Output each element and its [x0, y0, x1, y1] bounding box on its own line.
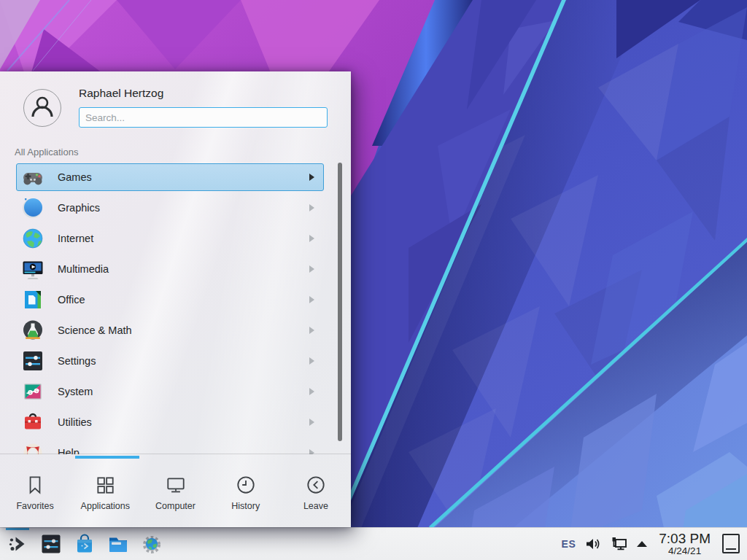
volume-icon[interactable]	[584, 535, 602, 553]
expand-tray-icon[interactable]	[637, 541, 647, 547]
submenu-arrow-icon	[309, 388, 314, 395]
globe-gear-icon	[141, 533, 163, 555]
list-scrollbar[interactable]	[338, 163, 342, 441]
tab-applications[interactable]: Applications	[70, 458, 140, 527]
monitor-icon	[165, 474, 187, 496]
category-system[interactable]: System	[0, 376, 351, 407]
tab-leave[interactable]: Leave	[281, 458, 351, 527]
category-label: Office	[58, 294, 309, 306]
grid-icon	[94, 474, 116, 496]
tabbar-divider	[0, 454, 351, 454]
taskbar-launchers	[0, 533, 163, 555]
category-label: Settings	[58, 355, 309, 367]
submenu-arrow-icon	[309, 174, 314, 181]
kde-launcher-icon	[7, 533, 28, 555]
discover-store-button[interactable]	[74, 533, 96, 555]
category-label: Internet	[58, 233, 309, 244]
network-icon[interactable]	[611, 535, 628, 553]
submenu-arrow-icon	[309, 204, 314, 211]
clock-date: 4/24/21	[659, 546, 711, 556]
user-name: Raphael Hertzog	[79, 87, 163, 100]
submenu-arrow-icon	[309, 296, 314, 303]
clock-time: 7:03 PM	[659, 532, 711, 546]
category-label: Games	[58, 171, 309, 183]
web-browser-button[interactable]	[141, 533, 163, 555]
sliders-icon	[21, 349, 44, 373]
file-manager-button[interactable]	[107, 533, 129, 555]
launcher-active-indicator	[6, 528, 29, 530]
category-office[interactable]: Office	[0, 284, 351, 315]
category-games[interactable]: Games	[0, 162, 351, 192]
tab-favorites[interactable]: Favorites	[0, 458, 70, 527]
system-tray: ES 7:03 PM 4/24/21	[562, 532, 747, 556]
toolbox-icon	[21, 411, 44, 434]
system-settings-button[interactable]	[40, 533, 62, 555]
media-player-icon	[21, 257, 44, 281]
application-launcher-menu: Raphael Hertzog All Applications Games	[0, 71, 351, 527]
user-avatar[interactable]	[23, 89, 61, 127]
section-label: All Applications	[15, 147, 78, 158]
tab-computer[interactable]: Computer	[140, 458, 210, 527]
tab-label: Favorites	[16, 501, 53, 511]
leave-icon	[305, 474, 327, 496]
application-launcher-button[interactable]	[7, 533, 28, 555]
search-input[interactable]	[79, 107, 328, 128]
category-label: Utilities	[58, 416, 309, 428]
office-document-icon	[21, 288, 44, 311]
category-label: Multimedia	[58, 263, 309, 275]
discover-bag-icon	[74, 533, 96, 555]
submenu-arrow-icon	[309, 357, 314, 365]
category-label: System	[58, 386, 309, 397]
globe-icon	[21, 227, 44, 250]
tab-label: Leave	[303, 501, 328, 511]
category-internet[interactable]: Internet	[0, 223, 351, 254]
kickoff-tab-bar: Favorites Applications Computer	[0, 458, 351, 527]
submenu-arrow-icon	[309, 265, 314, 273]
flask-icon	[21, 319, 44, 342]
submenu-arrow-icon	[309, 419, 314, 426]
menu-header: Raphael Hertzog	[0, 71, 351, 136]
category-graphics[interactable]: Graphics	[0, 192, 351, 223]
category-help[interactable]: Help	[0, 438, 351, 454]
gamepad-icon	[21, 166, 44, 189]
category-science-math[interactable]: Science & Math	[0, 315, 351, 346]
tab-label: History	[231, 501, 260, 511]
keyboard-layout-indicator[interactable]: ES	[562, 538, 576, 550]
taskbar-panel: ES 7:03 PM 4/24/21	[0, 527, 747, 560]
show-desktop-button[interactable]	[722, 534, 740, 553]
user-icon	[27, 93, 58, 123]
system-settings-icon	[40, 533, 62, 555]
category-settings[interactable]: Settings	[0, 346, 351, 376]
submenu-arrow-icon	[309, 327, 314, 334]
system-sliders-icon	[21, 380, 44, 403]
tab-label: Applications	[81, 501, 130, 511]
clock-icon	[235, 474, 257, 496]
tab-history[interactable]: History	[211, 458, 281, 527]
digital-clock[interactable]: 7:03 PM 4/24/21	[659, 532, 711, 556]
category-list: Games Graphics	[0, 162, 351, 454]
category-utilities[interactable]: Utilities	[0, 407, 351, 438]
category-label: Graphics	[58, 202, 309, 214]
folder-icon	[107, 533, 129, 555]
submenu-arrow-icon	[309, 235, 314, 242]
category-label: Science & Math	[58, 324, 309, 336]
tab-label: Computer	[155, 501, 196, 511]
category-multimedia[interactable]: Multimedia	[0, 254, 351, 284]
paint-sphere-icon	[21, 196, 44, 219]
bookmark-icon	[24, 474, 46, 496]
lifebuoy-icon	[21, 441, 44, 454]
